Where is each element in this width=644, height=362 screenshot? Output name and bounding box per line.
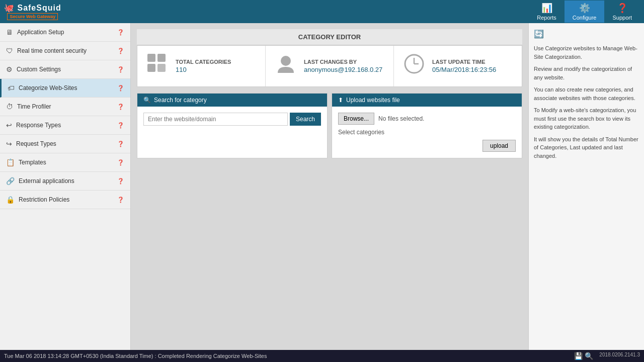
time-profiler-icon: ⏱ <box>6 103 13 111</box>
help-icon-response-types[interactable]: ❓ <box>117 122 124 129</box>
footer-save-icon[interactable]: 💾 <box>574 352 583 360</box>
support-icon: ❓ <box>617 3 628 14</box>
svg-rect-0 <box>147 54 155 62</box>
sidebar-item-custom-settings[interactable]: ⚙ Custom Settings ❓ <box>0 60 130 79</box>
sidebar-item-application-setup[interactable]: 🖥 Application Setup ❓ <box>0 23 130 42</box>
last-changes-icon <box>274 52 298 80</box>
search-row: Search <box>143 113 321 126</box>
last-changes-value: anonymous@192.168.0.27 <box>304 66 382 73</box>
help-icon-external-applications[interactable]: ❓ <box>117 178 124 185</box>
templates-icon: 📋 <box>6 158 15 166</box>
help-icon-time-profiler[interactable]: ❓ <box>117 104 124 110</box>
last-update-label: LAST UPDATE TIME <box>432 59 496 65</box>
no-file-label: No files selected. <box>378 115 424 122</box>
total-categories-icon <box>145 52 170 80</box>
categorize-web-sites-icon: 🏷 <box>8 84 15 92</box>
total-categories-label: TOTAL CATEGORIES <box>176 59 231 65</box>
select-categories-label: Select categories <box>338 129 516 136</box>
response-types-icon: ↩ <box>6 121 12 129</box>
total-categories-card: TOTAL CATEGORIES 110 <box>137 46 266 86</box>
configure-button[interactable]: ⚙️ Configure <box>565 1 605 23</box>
search-input[interactable] <box>143 113 288 126</box>
search-panel: 🔍 Search for category Search <box>137 93 328 158</box>
total-categories-info: TOTAL CATEGORIES 110 <box>176 59 231 73</box>
support-button[interactable]: ❓ Support <box>604 1 640 23</box>
help-icon-restriction-policies[interactable]: ❓ <box>117 197 124 203</box>
top-navigation: 🐙 SafeSquid Secure Web Gateway 📊 Reports… <box>0 0 644 23</box>
help-icon-templates[interactable]: ❓ <box>117 159 124 166</box>
svg-rect-2 <box>147 64 155 72</box>
help-icon-custom-settings[interactable]: ❓ <box>117 66 124 73</box>
footer: Tue Mar 06 2018 13:14:28 GMT+0530 (India… <box>0 350 644 362</box>
right-sidebar-header: 🔄 <box>534 28 639 40</box>
help-para-2: Review and modify the categorization of … <box>534 65 639 81</box>
last-update-card: LAST UPDATE TIME 05/Mar/2018:16:23:56 <box>394 46 522 86</box>
stats-row: TOTAL CATEGORIES 110 LAST CHANGES BY ano… <box>137 45 522 87</box>
upload-header-icon: ⬆ <box>338 97 343 104</box>
panels-row: 🔍 Search for category Search ⬆ Upload we… <box>137 93 522 158</box>
svg-point-4 <box>281 56 291 66</box>
app-version: 2018.0206.2141.3 <box>599 352 640 360</box>
search-button[interactable]: Search <box>290 113 321 126</box>
configure-icon: ⚙️ <box>579 3 590 14</box>
help-icon-real-time-content[interactable]: ❓ <box>117 48 124 54</box>
page-title: CATEGORY EDITOR <box>137 29 522 45</box>
upload-file-row: Browse... No files selected. <box>338 113 516 125</box>
search-panel-header: 🔍 Search for category <box>137 94 327 107</box>
app-tagline: Secure Web Gateway <box>7 13 58 20</box>
custom-settings-icon: ⚙ <box>6 65 13 73</box>
sidebar-item-restriction-policies[interactable]: 🔒 Restriction Policies ❓ <box>0 191 130 209</box>
svg-rect-3 <box>157 64 166 72</box>
logo: 🐙 SafeSquid Secure Web Gateway <box>4 3 61 20</box>
total-categories-value: 110 <box>176 66 231 73</box>
footer-icons: 💾 🔍 2018.0206.2141.3 <box>574 352 640 360</box>
sidebar-item-time-profiler[interactable]: ⏱ Time Profiler ❓ <box>0 98 130 116</box>
application-setup-icon: 🖥 <box>6 28 13 36</box>
upload-panel-header: ⬆ Upload websites file <box>332 94 522 107</box>
sidebar-item-real-time-content[interactable]: 🛡 Real time content security ❓ <box>0 42 130 60</box>
browse-button[interactable]: Browse... <box>338 113 374 125</box>
last-changes-label: LAST CHANGES BY <box>304 59 382 65</box>
help-para-5: It will show you the details of Total Nu… <box>534 135 639 160</box>
search-header-icon: 🔍 <box>143 97 151 104</box>
last-changes-info: LAST CHANGES BY anonymous@192.168.0.27 <box>304 59 382 73</box>
content-area: CATEGORY EDITOR TOTAL CATEGORIES 110 <box>131 23 528 350</box>
help-para-4: To Modify a web-site's categorization, y… <box>534 106 639 131</box>
help-icon-application-setup[interactable]: ❓ <box>117 29 124 36</box>
help-icon-request-types[interactable]: ❓ <box>117 141 124 147</box>
upload-button[interactable]: upload <box>482 140 516 152</box>
real-time-content-icon: 🛡 <box>6 47 13 55</box>
help-para-1: Use Categorize websites to Manage Web-Si… <box>534 44 639 61</box>
nav-icons: 📊 Reports ⚙️ Configure ❓ Support <box>529 1 640 23</box>
last-update-value: 05/Mar/2018:16:23:56 <box>432 66 496 73</box>
footer-status: Tue Mar 06 2018 13:14:28 GMT+0530 (India… <box>4 353 267 359</box>
help-para-3: You can also create new categories, and … <box>534 85 639 102</box>
sidebar-item-response-types[interactable]: ↩ Response Types ❓ <box>0 116 130 135</box>
logo-area: 🐙 SafeSquid Secure Web Gateway <box>4 3 529 20</box>
app-name: 🐙 SafeSquid <box>4 3 61 13</box>
upload-btn-row: upload <box>338 140 516 152</box>
sidebar-item-request-types[interactable]: ↪ Request Types ❓ <box>0 135 130 153</box>
restriction-policies-icon: 🔒 <box>6 196 15 204</box>
external-applications-icon: 🔗 <box>6 177 15 185</box>
footer-search-icon[interactable]: 🔍 <box>585 352 593 360</box>
reports-button[interactable]: 📊 Reports <box>529 1 565 23</box>
main-layout: 🖥 Application Setup ❓ 🛡 Real time conten… <box>0 23 644 350</box>
svg-rect-1 <box>157 54 166 62</box>
sidebar-item-templates[interactable]: 📋 Templates ❓ <box>0 153 130 172</box>
upload-panel: ⬆ Upload websites file Browse... No file… <box>332 93 522 158</box>
sidebar: 🖥 Application Setup ❓ 🛡 Real time conten… <box>0 23 131 350</box>
last-changes-card: LAST CHANGES BY anonymous@192.168.0.27 <box>266 46 394 86</box>
upload-panel-body: Browse... No files selected. Select cate… <box>332 107 522 158</box>
request-types-icon: ↪ <box>6 140 12 148</box>
sidebar-item-categorize-web-sites[interactable]: 🏷 Categorize Web-Sites ❓ <box>0 79 130 98</box>
last-update-icon <box>402 52 426 80</box>
search-panel-body: Search <box>137 107 327 136</box>
help-icon-categorize-web-sites[interactable]: ❓ <box>117 85 124 92</box>
last-update-info: LAST UPDATE TIME 05/Mar/2018:16:23:56 <box>432 59 496 73</box>
reports-icon: 📊 <box>541 3 552 14</box>
right-sidebar: 🔄 Use Categorize websites to Manage Web-… <box>528 23 644 350</box>
refresh-icon[interactable]: 🔄 <box>534 28 544 40</box>
sidebar-item-external-applications[interactable]: 🔗 External applications ❓ <box>0 172 130 191</box>
